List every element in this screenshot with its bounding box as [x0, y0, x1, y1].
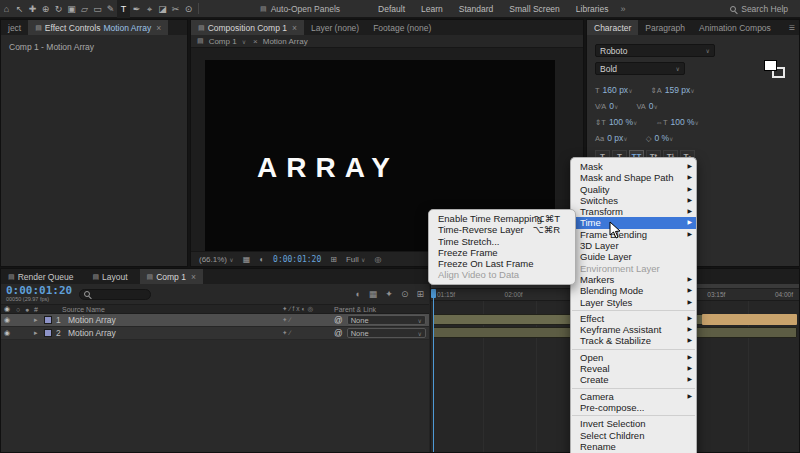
tab-composition[interactable]: ▤ Composition Comp 1 × — [191, 20, 304, 35]
layer-name[interactable]: Motion Array — [68, 328, 282, 338]
context-menu-item[interactable]: Invert Selection — [571, 418, 696, 429]
close-tab-icon[interactable]: × — [292, 23, 297, 33]
breadcrumb-comp-name[interactable]: Comp 1 — [209, 37, 237, 46]
channel-icon[interactable]: ◐ — [259, 255, 264, 264]
close-tab-icon[interactable]: × — [156, 23, 161, 33]
timeline-tab[interactable]: ▤ Comp 1 × — [140, 269, 203, 284]
context-menu-item[interactable]: Camera — [571, 391, 696, 402]
layer-name[interactable]: Motion Array — [68, 315, 282, 325]
layer-row[interactable]: ◉ ▸ 1 Motion Array ✦∕ @ None ∨ — [1, 314, 429, 327]
character-panel-tab[interactable]: Animation Compos — [692, 20, 778, 35]
context-menu-item[interactable]: Layer Styles — [571, 297, 696, 308]
context-menu-item[interactable]: Switches — [571, 195, 696, 206]
layer-switches[interactable]: ✦∕ — [282, 316, 334, 324]
chevron-down-icon[interactable]: ∨ — [614, 103, 618, 110]
timeline-tab[interactable]: ▤ Render Queue — [1, 269, 85, 284]
workspace-tab[interactable]: Standard — [451, 4, 502, 14]
parent-link-dropdown[interactable]: None ∨ — [347, 315, 426, 325]
character-property-value[interactable]: 160 px — [603, 85, 629, 95]
context-menu-item[interactable]: Frame Blending — [571, 229, 696, 240]
workspace-tab[interactable]: Learn — [413, 4, 451, 14]
layer-switches[interactable]: ✦∕ — [282, 329, 334, 337]
zoom-level-dropdown[interactable]: (66.1%) ∨ — [199, 255, 234, 264]
zoom-tool-icon[interactable]: ⊕ — [39, 0, 52, 18]
tab-layer[interactable]: Layer (none) — [304, 20, 366, 35]
brush-tool-icon[interactable]: ✒ — [130, 0, 143, 18]
graph-editor-icon[interactable]: ⊞ — [416, 289, 424, 299]
context-menu-item[interactable]: Quality — [571, 184, 696, 195]
auto-open-panels-toggle[interactable]: ▤ Auto-Open Panels — [260, 4, 340, 14]
character-property-value[interactable]: 0 px — [607, 133, 623, 143]
context-menu-item[interactable]: Open — [571, 352, 696, 363]
context-menu-item[interactable]: Mask and Shape Path — [571, 172, 696, 183]
chevron-down-icon[interactable]: ∨ — [628, 87, 632, 94]
chevron-down-icon[interactable]: ∨ — [690, 87, 694, 94]
context-menu-item[interactable]: Markers — [571, 274, 696, 285]
home-tool-icon[interactable]: ⌂ — [0, 0, 13, 18]
submenu-item[interactable]: ⌥⌘R Time-Reverse Layer — [429, 224, 575, 235]
orbit-camera-tool-icon[interactable]: ↻ — [52, 0, 65, 18]
chevron-down-icon[interactable]: ∨ — [242, 38, 246, 45]
submenu-item[interactable]: Time Stretch... — [429, 236, 575, 247]
context-menu-item[interactable]: Effect — [571, 313, 696, 324]
submenu-item[interactable]: ⌥⌘T Enable Time Remapping — [429, 213, 575, 224]
character-property-value[interactable]: 159 px — [665, 85, 691, 95]
character-panel-tab[interactable]: Character — [587, 20, 638, 35]
submenu-item[interactable]: Freeze On Last Frame — [429, 258, 575, 269]
camera-tool-icon[interactable]: ▣ — [65, 0, 78, 18]
motion-blur-icon[interactable]: ⊙ — [401, 289, 409, 299]
context-menu-item[interactable]: Keyframe Assistant — [571, 324, 696, 335]
visibility-eye-icon[interactable]: ◉ — [4, 316, 16, 324]
pick-whip-icon[interactable]: @ — [334, 328, 343, 338]
roi-icon[interactable]: ◎ — [374, 255, 381, 264]
workspace-tab[interactable]: Small Screen — [501, 4, 568, 14]
pan-behind-tool-icon[interactable]: ▱ — [78, 0, 91, 18]
context-menu-item[interactable]: Pre-compose... — [571, 402, 696, 413]
character-property-value[interactable]: 0 % — [654, 133, 669, 143]
expand-arrow-icon[interactable]: ▸ — [34, 316, 44, 324]
source-name-column-label[interactable]: Source Name — [62, 306, 282, 313]
fill-color-swatch[interactable] — [764, 60, 777, 71]
submenu-item[interactable]: Freeze Frame — [429, 247, 575, 258]
eraser-tool-icon[interactable]: ◪ — [156, 0, 169, 18]
timeline-current-time[interactable]: 0:00:01:20 — [6, 285, 72, 296]
puppet-pin-tool-icon[interactable]: ⊙ — [182, 0, 195, 18]
context-menu-item[interactable]: Create — [571, 374, 696, 385]
parent-link-dropdown[interactable]: None ∨ — [347, 328, 426, 338]
context-menu-item[interactable]: Track & Stabilize — [571, 335, 696, 346]
context-menu-item[interactable]: Select Children — [571, 430, 696, 441]
layer-color-chip[interactable] — [44, 329, 52, 337]
shape-tool-icon[interactable]: ▭ — [91, 0, 104, 18]
chevron-down-icon[interactable]: ∨ — [623, 135, 627, 142]
character-panel-tab[interactable]: Paragraph — [638, 20, 692, 35]
tab-project-partial[interactable]: ject — [1, 20, 28, 35]
character-property-value[interactable]: 100 % — [670, 117, 694, 127]
pen-tool-icon[interactable]: ✎ — [104, 0, 117, 18]
tab-effect-controls[interactable]: ▤ Effect Controls Motion Array × — [28, 20, 168, 35]
workspace-tab[interactable]: Libraries — [568, 4, 617, 14]
draft-3d-icon[interactable]: ▦ — [369, 289, 378, 299]
visibility-eye-icon[interactable]: ◉ — [4, 329, 16, 337]
pick-whip-icon[interactable]: @ — [334, 315, 343, 325]
selection-tool-icon[interactable]: ↖ — [13, 0, 26, 18]
workspace-overflow-button[interactable]: » — [620, 4, 625, 14]
tab-footage[interactable]: Footage (none) — [366, 20, 438, 35]
snapshot-icon[interactable]: ⊞ — [330, 255, 337, 264]
expand-arrow-icon[interactable]: ▸ — [34, 329, 44, 337]
context-menu-item[interactable]: Rename — [571, 441, 696, 452]
hand-tool-icon[interactable]: ✚ — [26, 0, 39, 18]
font-family-dropdown[interactable]: Roboto ∨ — [595, 44, 715, 57]
context-menu-item[interactable]: Guide Layer — [571, 251, 696, 262]
chevron-down-icon[interactable]: ∨ — [654, 103, 658, 110]
roto-brush-tool-icon[interactable]: ✂ — [169, 0, 182, 18]
frame-blending-icon[interactable]: ✦ — [385, 289, 393, 299]
chevron-down-icon[interactable]: ∨ — [695, 119, 699, 126]
playhead-handle[interactable] — [431, 289, 436, 298]
parent-link-column-label[interactable]: Parent & Link — [334, 306, 426, 313]
context-menu-item[interactable]: Time — [571, 217, 696, 228]
safe-zones-icon[interactable]: ▦ — [243, 255, 251, 264]
clone-stamp-tool-icon[interactable]: ⌖ — [143, 0, 156, 18]
timeline-search-field[interactable] — [79, 289, 151, 300]
font-style-dropdown[interactable]: Bold ∨ — [595, 62, 685, 75]
timeline-tab[interactable]: ▤ Layout — [85, 269, 139, 284]
